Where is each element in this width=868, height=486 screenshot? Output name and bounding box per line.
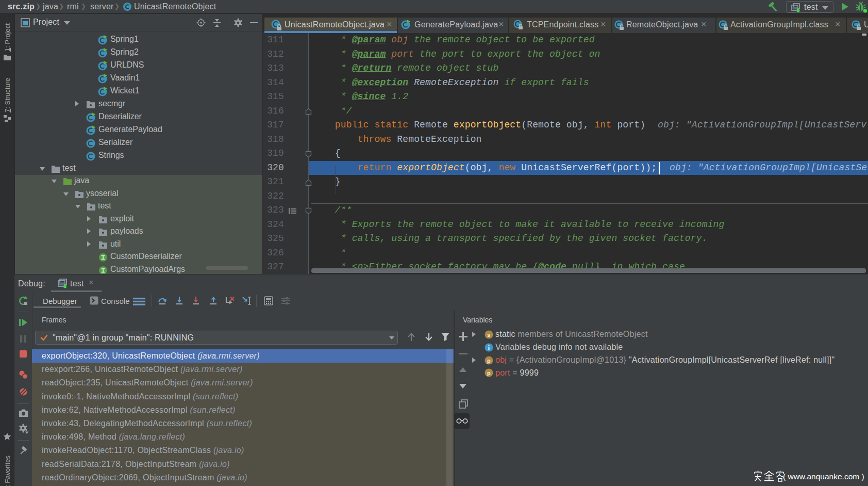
- svg-text:p: p: [487, 370, 491, 376]
- svg-text:( www.anquanke.com ): ( www.anquanke.com ): [783, 472, 864, 481]
- svg-text:p: p: [487, 357, 491, 363]
- svg-text:s: s: [487, 331, 490, 337]
